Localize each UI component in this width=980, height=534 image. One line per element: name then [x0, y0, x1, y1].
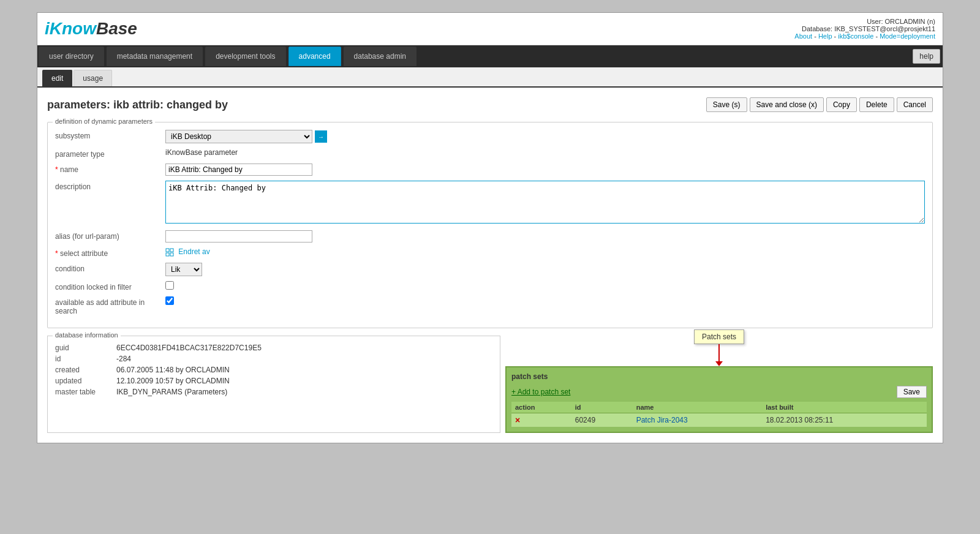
- condition-locked-checkbox[interactable]: [165, 281, 174, 290]
- patch-table-header: action id name last built: [511, 402, 927, 413]
- guid-label: guid: [55, 344, 116, 352]
- created-label: created: [55, 366, 116, 374]
- select-attribute-value: Endret av: [165, 247, 925, 257]
- save-patch-button[interactable]: Save: [897, 386, 927, 398]
- page-title: parameters: ikb attrib: changed by: [47, 99, 228, 111]
- col-name: name: [633, 402, 762, 413]
- patch-name: Patch Jira-2043: [633, 413, 762, 427]
- description-row: description: [55, 181, 925, 225]
- nav-tab-advanced[interactable]: advanced: [288, 47, 341, 66]
- id-value: -284: [116, 355, 131, 363]
- updated-row: updated 12.10.2009 10:57 by ORCLADMIN: [55, 377, 492, 385]
- id-row: id -284: [55, 355, 492, 363]
- description-textarea[interactable]: [165, 181, 925, 224]
- alias-row: alias (for url-param): [55, 230, 925, 243]
- help-button[interactable]: help: [913, 49, 940, 64]
- header: iKnowBase User: ORCLADMIN (n) Database: …: [37, 13, 943, 45]
- delete-patch-button[interactable]: ×: [515, 415, 520, 425]
- console-link[interactable]: ikb$console: [838, 32, 873, 40]
- available-as-add-value: [165, 296, 925, 307]
- nav-tab-development-tools[interactable]: development tools: [205, 47, 285, 66]
- patch-sets-tooltip: Patch sets: [694, 329, 744, 344]
- subtab-edit[interactable]: edit: [42, 70, 72, 86]
- tooltip-arrow-line: [718, 344, 720, 361]
- about-link[interactable]: About: [794, 32, 812, 40]
- created-row: created 06.07.2005 11:48 by ORCLADMIN: [55, 366, 492, 374]
- parameter-type-row: parameter type iKnowBase parameter: [55, 148, 925, 159]
- patch-sets-panel: patch sets + Add to patch set Save actio…: [505, 366, 933, 433]
- logo: iKnowBase: [45, 19, 137, 39]
- id-label: id: [55, 355, 116, 363]
- nav-tab-metadata-management[interactable]: metadata management: [107, 47, 203, 66]
- available-as-add-label: available as add attribute insearch: [55, 296, 165, 315]
- select-attribute-link[interactable]: Endret av: [178, 247, 209, 256]
- patch-action: ×: [511, 413, 571, 427]
- available-as-add-checkbox[interactable]: [165, 296, 174, 305]
- alias-label: alias (for url-param): [55, 230, 165, 241]
- subsystem-value: iKB Desktop iKB Mobile →: [165, 130, 925, 143]
- subsystem-select[interactable]: iKB Desktop iKB Mobile: [165, 130, 312, 143]
- alias-value: [165, 230, 925, 243]
- condition-locked-label: condition locked in filter: [55, 281, 165, 291]
- col-last-built: last built: [762, 402, 927, 413]
- parameter-type-label: parameter type: [55, 148, 165, 159]
- db-info-text: Database: IKB_SYSTEST@orcl@prosjekt11: [794, 25, 935, 32]
- db-info-section: database information guid 6ECC4D0381FD41…: [47, 336, 500, 433]
- condition-label: condition: [55, 263, 165, 273]
- copy-button[interactable]: Copy: [826, 97, 857, 112]
- patch-sets-panel-title: patch sets: [511, 372, 927, 381]
- condition-locked-value: [165, 281, 925, 291]
- updated-label: updated: [55, 377, 116, 385]
- nav-tab-database-admin[interactable]: database admin: [344, 47, 417, 66]
- definition-section-title: definition of dynamic parameters: [53, 118, 155, 125]
- col-id: id: [571, 402, 633, 413]
- patch-name-link[interactable]: Patch Jira-2043: [636, 416, 688, 424]
- table-row: × 60249 Patch Jira-2043 18.02.2013 08:25…: [511, 413, 927, 427]
- svg-rect-0: [166, 249, 169, 252]
- add-to-patch-set-link[interactable]: + Add to patch set: [511, 388, 570, 396]
- condition-row: condition Lik Ulik: [55, 263, 925, 276]
- col-action: action: [511, 402, 571, 413]
- patch-sets-header-row: + Add to patch set Save: [511, 386, 927, 398]
- definition-section: definition of dynamic parameters subsyst…: [47, 122, 933, 328]
- parameter-type-value: iKnowBase parameter: [165, 148, 925, 157]
- guid-value: 6ECC4D0381FD41BCAC317E822D7C19E5: [116, 344, 262, 352]
- mode-link[interactable]: Mode=deployment: [880, 32, 935, 40]
- name-row: name: [55, 164, 925, 176]
- save-button[interactable]: Save (s): [706, 97, 747, 112]
- name-value: [165, 164, 925, 176]
- header-links: About - Help - ikb$console - Mode=deploy…: [794, 32, 935, 40]
- delete-button[interactable]: Delete: [859, 97, 894, 112]
- subtab-usage[interactable]: usage: [74, 70, 112, 86]
- subtabs: edit usage: [37, 67, 943, 88]
- nav-tab-user-directory[interactable]: user directory: [39, 47, 104, 66]
- name-input[interactable]: [165, 164, 312, 176]
- patch-sets-table: action id name last built ×: [511, 402, 927, 427]
- tooltip-arrow-head: [715, 361, 723, 366]
- patch-sets-area: Patch sets patch sets + Add to patch set…: [505, 336, 933, 433]
- subsystem-row: subsystem iKB Desktop iKB Mobile →: [55, 130, 925, 143]
- svg-rect-3: [170, 253, 173, 256]
- subsystem-label: subsystem: [55, 130, 165, 140]
- svg-rect-2: [166, 253, 169, 256]
- main-content: parameters: ikb attrib: changed by Save …: [37, 88, 943, 443]
- save-and-close-button[interactable]: Save and close (x): [750, 97, 824, 112]
- svg-rect-1: [170, 249, 173, 252]
- action-buttons: Save (s) Save and close (x) Copy Delete …: [706, 97, 933, 112]
- select-attribute-row: select attribute Endret av: [55, 247, 925, 258]
- description-value: [165, 181, 925, 225]
- guid-row: guid 6ECC4D0381FD41BCAC317E822D7C19E5: [55, 344, 492, 352]
- subsystem-icon-btn[interactable]: →: [315, 130, 327, 143]
- created-value: 06.07.2005 11:48 by ORCLADMIN: [116, 366, 230, 374]
- master-table-value: IKB_DYN_PARAMS (Parameters): [116, 388, 227, 396]
- condition-select[interactable]: Lik Ulik: [165, 263, 202, 276]
- updated-value: 12.10.2009 10:57 by ORCLADMIN: [116, 377, 230, 385]
- help-link[interactable]: Help: [818, 32, 832, 40]
- alias-input[interactable]: [165, 230, 312, 243]
- patch-table-body: × 60249 Patch Jira-2043 18.02.2013 08:25…: [511, 413, 927, 427]
- condition-value: Lik Ulik: [165, 263, 925, 276]
- patch-sets-tooltip-container: Patch sets: [694, 329, 744, 366]
- patch-last-built: 18.02.2013 08:25:11: [762, 413, 927, 427]
- cancel-button[interactable]: Cancel: [897, 97, 933, 112]
- description-label: description: [55, 181, 165, 191]
